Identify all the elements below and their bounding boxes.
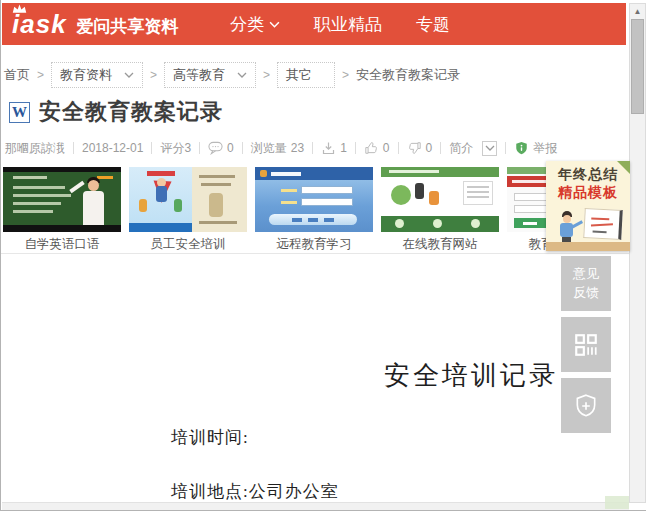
views-label: 浏览量 [251, 140, 287, 157]
meta-divider [312, 142, 313, 154]
meta-divider [440, 142, 441, 154]
shield-plus-icon [573, 393, 599, 419]
nav-topics-label: 专题 [416, 13, 450, 36]
views-stat: 浏览量 23 [251, 140, 304, 157]
nav-item-career[interactable]: 职业精品 [314, 13, 382, 36]
intro-label: 简介 [449, 140, 473, 157]
chevron-down-icon [237, 72, 247, 78]
nav-category-label: 分类 [230, 13, 264, 36]
feedback-label-line2: 反馈 [573, 284, 599, 302]
shield-icon [514, 141, 529, 155]
scrollbar-corner [605, 496, 629, 509]
related-label: 员工安全培训 [129, 236, 247, 253]
chevron-down-icon [485, 145, 495, 151]
downloads-count: 1 [340, 141, 347, 155]
rating-value: 评分3 [160, 140, 191, 157]
breadcrumb-separator: > [150, 68, 157, 82]
author-name[interactable]: 那嗰原諒涐 [5, 140, 65, 157]
related-item-safety-training[interactable]: 员工安全培训 [129, 167, 247, 253]
upload-date: 2018-12-01 [82, 141, 143, 155]
scrollbar-thumb[interactable] [631, 19, 644, 114]
comments-count: 0 [227, 141, 234, 155]
promo-ad[interactable]: 年终总结 精品模板 [546, 161, 630, 251]
downloads-stat[interactable]: 1 [321, 141, 347, 155]
meta-divider [242, 142, 243, 154]
word-doc-icon: W [9, 102, 30, 123]
download-icon [321, 141, 336, 155]
breadcrumb-separator: > [263, 68, 270, 82]
breadcrumb-select-other[interactable]: 其它 [277, 62, 335, 88]
comment-icon [208, 141, 223, 155]
meta-divider [355, 142, 356, 154]
dislikes-count: 0 [426, 141, 433, 155]
like-button[interactable]: 0 [364, 141, 390, 155]
related-item-english[interactable]: 自学英语口语 [3, 167, 121, 253]
likes-count: 0 [383, 141, 390, 155]
related-item-online-education[interactable]: 在线教育网站 [381, 167, 499, 253]
document-preview: 安全培训记录 培训时间: 培训地点:公司办公室 [2, 254, 626, 503]
intro-toggle[interactable]: 简介 [449, 140, 497, 157]
qr-code-icon [573, 332, 599, 358]
preview-line-place: 培训地点:公司办公室 [171, 480, 339, 503]
thumb-down-icon [407, 141, 422, 155]
breadcrumb-category-label: 教育资料 [60, 66, 112, 84]
dislike-button[interactable]: 0 [407, 141, 433, 155]
floating-toolbar: 意见 反馈 [561, 256, 611, 433]
nav-item-category[interactable]: 分类 [230, 13, 280, 36]
qr-code-button[interactable] [561, 317, 611, 372]
title-row: W 安全教育教案记录 [9, 97, 223, 127]
breadcrumb-select-subcategory[interactable]: 高等教育 [164, 62, 256, 88]
thumbnail-education-website [381, 167, 499, 232]
breadcrumb-subcategory-label: 高等教育 [173, 66, 225, 84]
ad-illustration [546, 207, 630, 251]
top-header: iask 爱问共享资料 分类 职业精品 专题 [2, 3, 626, 45]
breadcrumb-separator: > [342, 68, 349, 82]
related-label: 在线教育网站 [381, 236, 499, 253]
intro-expand-button[interactable] [482, 141, 497, 156]
preview-line-time: 培训时间: [171, 426, 249, 449]
breadcrumb-select-category[interactable]: 教育资料 [51, 62, 143, 88]
preview-heading: 安全培训记录 [384, 358, 558, 393]
nav-career-label: 职业精品 [314, 13, 382, 36]
related-item-remote-learning[interactable]: 远程教育学习 [255, 167, 373, 253]
site-logo[interactable]: iask 爱问共享资料 [12, 11, 179, 37]
chevron-down-icon [124, 72, 134, 78]
safety-shield-button[interactable] [561, 378, 611, 433]
report-label: 举报 [533, 140, 557, 157]
meta-divider [199, 142, 200, 154]
ad-line2: 精品模板 [546, 184, 630, 202]
breadcrumb-separator: > [37, 68, 44, 82]
vertical-scrollbar[interactable]: ▲ [629, 3, 646, 503]
feedback-button[interactable]: 意见 反馈 [561, 256, 611, 311]
meta-divider [505, 142, 506, 154]
doc-meta-row: 那嗰原諒涐 2018-12-01 评分3 0 浏览量 23 1 [5, 139, 557, 157]
comments-stat[interactable]: 0 [208, 141, 234, 155]
breadcrumb-other-label: 其它 [286, 66, 312, 84]
thumbnail-login-screen [255, 167, 373, 232]
thumbnail-safety-posters [129, 167, 247, 232]
folded-corner-icon [617, 161, 630, 174]
thumbnail-chalkboard-lesson [3, 167, 121, 232]
related-label: 自学英语口语 [3, 236, 121, 253]
meta-divider [151, 142, 152, 154]
horizontal-scrollbar[interactable] [2, 502, 629, 510]
breadcrumb-home-link[interactable]: 首页 [4, 66, 30, 84]
crown-icon [12, 4, 27, 14]
breadcrumb-current: 安全教育教案记录 [356, 66, 460, 84]
views-count: 23 [291, 141, 304, 155]
logo-suffix: 爱问共享资料 [77, 18, 179, 37]
page: iask 爱问共享资料 分类 职业精品 专题 首页 > 教育资料 > 高等教育 [0, 0, 646, 511]
nav-item-topics[interactable]: 专题 [416, 13, 450, 36]
chevron-down-icon [269, 21, 280, 28]
main-nav: 分类 职业精品 专题 [230, 3, 450, 45]
thumb-up-icon [364, 141, 379, 155]
meta-divider [398, 142, 399, 154]
report-button[interactable]: 举报 [514, 140, 557, 157]
related-label: 远程教育学习 [255, 236, 373, 253]
page-title: 安全教育教案记录 [39, 97, 223, 127]
scroll-up-button[interactable]: ▲ [630, 4, 645, 19]
logo-text: iask [12, 11, 67, 37]
related-docs-strip: 自学英语口语 员工安全培训 远程教育学习 [3, 167, 625, 253]
feedback-label-line1: 意见 [573, 265, 599, 283]
meta-divider [73, 142, 74, 154]
